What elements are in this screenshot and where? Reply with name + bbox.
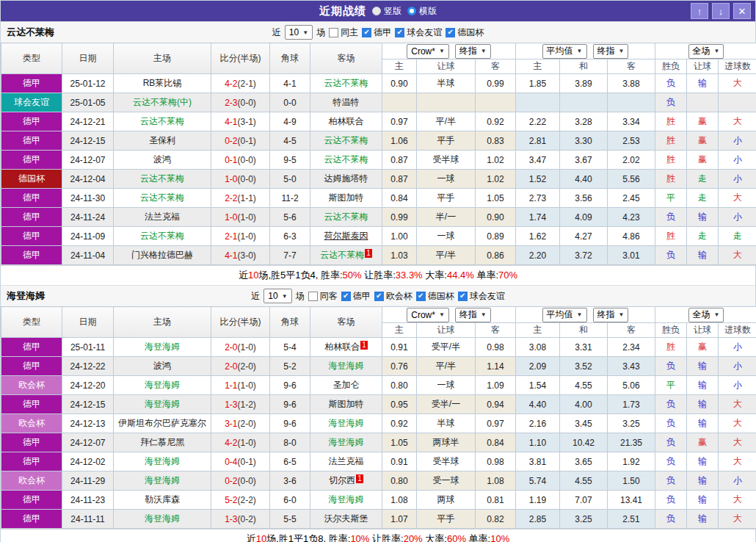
handicap-result-cell: 赢 xyxy=(687,151,719,170)
table-row: 德甲25-01-12RB莱比锡4-2(2-1)4-1云达不莱梅0.90半球0.9… xyxy=(1,74,756,93)
halftime-score: (2-0) xyxy=(238,361,256,372)
radio-unselected-icon[interactable] xyxy=(407,7,416,15)
summary-segment: 44.4% xyxy=(447,270,474,281)
odds-source-select-终指[interactable]: 终指▼ xyxy=(455,308,491,322)
home-team-name: 海登海姆 xyxy=(145,513,180,524)
checkbox-checked-icon[interactable]: ✔ xyxy=(341,292,351,301)
odds-source-select-Crow*[interactable]: Crow*▼ xyxy=(407,308,449,322)
away-team-name: 海登海姆 xyxy=(329,494,364,505)
match-type-cell: 德甲 xyxy=(1,208,62,227)
home-team-name: 海登海姆 xyxy=(145,475,180,485)
handicap-result-cell: 输 xyxy=(687,395,719,414)
goals-result-cell: 小 xyxy=(719,151,756,170)
checkbox-checked-icon[interactable]: ✔ xyxy=(416,292,426,301)
odds-source-select-终指[interactable]: 终指▼ xyxy=(455,44,491,59)
europe-odds-cell: 3.52 xyxy=(560,357,608,376)
home-team-name: 云达不莱梅 xyxy=(140,116,184,126)
europe-odds-cell: 3.65 xyxy=(560,452,608,471)
away-team-name[interactable]: 荷尔斯泰因 xyxy=(324,231,368,241)
europe-odds-cell: 4.23 xyxy=(608,208,655,227)
checkbox-checked-icon[interactable]: ✔ xyxy=(362,28,371,37)
corner-cell: 5-0 xyxy=(270,170,310,189)
away-team-name: 云达不莱梅 xyxy=(324,78,368,88)
filter-checkbox-球会友谊[interactable]: ✔球会友谊 xyxy=(395,26,442,39)
summary-segment: 60% xyxy=(447,533,466,542)
handicap-odds-cell: 0.84 xyxy=(382,189,417,208)
scroll-up-button[interactable]: ↑ xyxy=(691,3,708,19)
filter-checkbox-欧会杯[interactable]: ✔欧会杯 xyxy=(374,290,412,303)
section-header: 海登海姆 近 10▼ 场 同客✔德甲✔欧会杯✔德国杯✔球会友谊 xyxy=(1,285,755,306)
odds-source-select-平均值[interactable]: 平均值▼ xyxy=(542,308,587,322)
checkbox-checked-icon[interactable]: ✔ xyxy=(374,292,384,301)
summary-segment: 单率: xyxy=(466,533,490,542)
home-team-name: 法兰克福 xyxy=(145,212,180,222)
home-team-cell: 海登海姆 xyxy=(114,376,211,395)
column-header-主场: 主场 xyxy=(114,43,211,74)
handicap-odds-cell: 受平/半 xyxy=(417,338,476,357)
layout-radio-horizontal[interactable]: 横版 xyxy=(407,5,437,18)
checkbox-unchecked-icon[interactable] xyxy=(329,28,338,37)
match-count-select[interactable]: 10▼ xyxy=(285,25,313,40)
goals-result-cell: 小 xyxy=(719,170,756,189)
subcolumn-header-让球: 让球 xyxy=(687,323,719,338)
subcolumn-header-让球: 让球 xyxy=(417,59,476,74)
layout-radio-vertical[interactable]: 竖版 xyxy=(372,5,401,18)
handicap-odds-cell: 一球 xyxy=(417,170,476,189)
up-arrow-icon: ↑ xyxy=(697,6,702,17)
win-lose-result-cell: 负 xyxy=(655,510,687,529)
corner-cell: 6-0 xyxy=(270,491,310,510)
filter-checkbox-同客[interactable]: 同客 xyxy=(308,290,338,303)
odds-source-select-全场[interactable]: 全场▼ xyxy=(688,308,724,322)
handicap-odds-cell: 0.91 xyxy=(382,452,417,471)
filter-checkbox-德甲[interactable]: ✔德甲 xyxy=(341,290,371,303)
dropdown-value: 终指 xyxy=(597,45,615,57)
fulltime-score: 2-2 xyxy=(225,193,237,203)
handicap-odds-cell: 受半/一 xyxy=(417,395,476,414)
chevron-down-icon: ▼ xyxy=(714,48,720,54)
match-count-select[interactable]: 10▼ xyxy=(263,289,291,303)
scroll-down-button[interactable]: ↓ xyxy=(712,3,730,19)
odds-source-select-终指[interactable]: 终指▼ xyxy=(593,44,629,59)
subcolumn-header-和: 和 xyxy=(560,323,608,338)
checkbox-checked-icon[interactable]: ✔ xyxy=(458,292,468,301)
handicap-odds-cell: 0.83 xyxy=(476,131,516,151)
filter-checkbox-label: 德国杯 xyxy=(457,26,484,39)
filter-near-label: 近 xyxy=(251,290,260,303)
fulltime-score: 2-0 xyxy=(225,342,237,353)
handicap-odds-cell: 0.94 xyxy=(476,395,516,414)
away-team-name: 云达不莱梅 xyxy=(324,212,368,222)
handicap-odds-cell xyxy=(382,93,417,112)
corner-cell: 0-0 xyxy=(270,93,310,112)
checkbox-checked-icon[interactable]: ✔ xyxy=(446,28,455,37)
odds-source-select-全场[interactable]: 全场▼ xyxy=(688,44,724,59)
europe-odds-cell: 1.62 xyxy=(516,227,560,246)
table-row: 德甲24-11-09云达不莱梅2-1(1-0)6-3荷尔斯泰因1.00一球0.8… xyxy=(1,227,756,246)
close-button[interactable]: ✕ xyxy=(733,3,751,19)
summary-text: 近10场,胜1平1负8, 胜率:10% 让胜率:20% 大率:60% 单率:10… xyxy=(247,532,509,542)
away-team-cell: 圣加仑 xyxy=(310,376,382,395)
handicap-odds-cell: 半球 xyxy=(417,74,476,93)
filter-checkbox-球会友谊[interactable]: ✔球会友谊 xyxy=(458,290,505,303)
filter-checkbox-德国杯[interactable]: ✔德国杯 xyxy=(446,26,484,39)
fulltime-score: 1-0 xyxy=(225,174,237,184)
home-team-name: 云达不莱梅 xyxy=(140,231,184,241)
away-team-cell: 海登海姆 xyxy=(310,491,382,510)
halftime-score: (0-0) xyxy=(238,155,256,165)
checkbox-unchecked-icon[interactable] xyxy=(308,292,318,301)
home-team-name: 云达不莱梅(中) xyxy=(133,97,192,107)
halftime-score: (0-0) xyxy=(238,476,256,486)
table-row: 德甲24-12-02海登海姆0-4(0-1)6-5法兰克福0.91受半球0.98… xyxy=(1,452,756,471)
odds-source-select-终指[interactable]: 终指▼ xyxy=(593,308,629,322)
filter-checkbox-德甲[interactable]: ✔德甲 xyxy=(362,26,391,39)
corner-cell: 9-6 xyxy=(270,414,310,433)
odds-source-select-Crow*[interactable]: Crow*▼ xyxy=(407,44,449,59)
checkbox-checked-icon[interactable]: ✔ xyxy=(395,28,404,37)
odds-source-select-平均值[interactable]: 平均值▼ xyxy=(542,44,587,59)
summary-segment: 大率: xyxy=(423,533,447,542)
fulltime-score: 1-0 xyxy=(225,212,237,223)
fulltime-score: 1-3 xyxy=(225,514,237,524)
dropdown-group: 平均值▼终指▼ xyxy=(516,44,655,59)
radio-selected-icon[interactable] xyxy=(372,7,381,15)
filter-checkbox-德国杯[interactable]: ✔德国杯 xyxy=(416,290,454,303)
filter-checkbox-同主[interactable]: 同主 xyxy=(329,26,358,39)
